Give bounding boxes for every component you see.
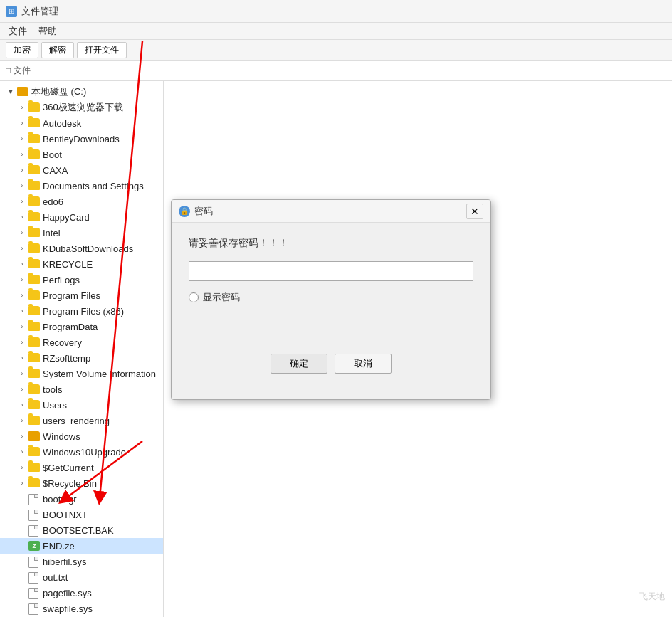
expander-docs: ›	[17, 181, 27, 191]
tree-item-getcurrent[interactable]: › $GetCurrent	[0, 460, 163, 475]
item-label-progfiles86: Program Files (x86)	[43, 306, 124, 317]
item-label-windows: Windows	[43, 431, 80, 442]
encrypt-button[interactable]: 加密	[6, 42, 38, 58]
file-icon-swapfile	[28, 603, 40, 613]
tree-item-sysvolinfo[interactable]: › System Volume Information	[0, 366, 163, 381]
tree-item-recycle[interactable]: › $Recycle.Bin	[0, 475, 163, 491]
expander-windows: ›	[17, 431, 27, 441]
tree-item-progfiles[interactable]: › Program Files	[0, 288, 163, 303]
item-label-intel: Intel	[43, 228, 61, 238]
menu-file[interactable]: 文件	[3, 23, 33, 39]
item-label-kduba: KDubaSoftDownloads	[43, 243, 133, 254]
tree-item-progdata[interactable]: › ProgramData	[0, 319, 163, 334]
tree-item-bootnxt[interactable]: BOOTNXT	[0, 507, 163, 522]
item-label-caxa: CAXA	[43, 165, 68, 176]
tree-item-boot[interactable]: › Boot	[0, 147, 163, 162]
tree-item-intel[interactable]: › Intel	[0, 225, 163, 241]
item-label-recycle: $Recycle.Bin	[43, 478, 97, 489]
tree-item-hiberfil[interactable]: hiberfil.sys	[0, 554, 163, 569]
item-label-bootnxt: BOOTNXT	[43, 510, 88, 520]
folder-icon-users	[28, 400, 40, 410]
app-icon: ⊞	[6, 6, 17, 17]
tree-item-bootmgr[interactable]: bootmgr	[0, 491, 163, 507]
tree-item-win10upg[interactable]: › Windows10Upgrade	[0, 444, 163, 460]
password-input[interactable]	[189, 261, 473, 281]
folder-icon-windows	[28, 431, 40, 441]
expander-users: ›	[17, 400, 27, 410]
folder-icon-bentley	[28, 134, 40, 144]
tree-item-happy[interactable]: › HappyCard	[0, 209, 163, 225]
item-label-docs: Documents and Settings	[43, 181, 144, 191]
tree-item-recovery[interactable]: › Recovery	[0, 334, 163, 350]
expander-endze	[17, 541, 27, 551]
item-label-bootmgr: bootmgr	[43, 494, 77, 505]
item-label-rzsoft: RZsofttemp	[43, 353, 90, 364]
expander-getcurrent: ›	[17, 463, 27, 473]
item-label-360: 360极速浏览器下载	[43, 101, 123, 114]
expander-bootsect	[17, 525, 27, 535]
expander-kduba: ›	[17, 243, 27, 253]
folder-icon-happy	[28, 212, 40, 222]
expander-bentley: ›	[17, 134, 27, 144]
item-label-progdata: ProgramData	[43, 322, 98, 332]
menu-help[interactable]: 帮助	[33, 23, 63, 39]
cancel-button[interactable]: 取消	[335, 354, 392, 374]
tree-item-bentley[interactable]: › BentleyDownloads	[0, 131, 163, 147]
drive-c-icon	[17, 87, 28, 97]
confirm-button[interactable]: 确定	[271, 354, 327, 374]
tree-item-outtxt[interactable]: out.txt	[0, 569, 163, 585]
tree-item-rzsoft[interactable]: › RZsofttemp	[0, 350, 163, 366]
toolbar: 加密 解密 打开文件	[0, 40, 672, 61]
file-icon-bootsect	[28, 525, 40, 535]
tree-item-360[interactable]: › 360极速浏览器下载	[0, 100, 163, 115]
expander-win10upg: ›	[17, 447, 27, 457]
item-label-users-r: users_rendering	[43, 416, 110, 426]
decrypt-button[interactable]: 解密	[41, 42, 74, 58]
tree-item-windows[interactable]: › Windows	[0, 428, 163, 444]
folder-icon-rzsoft	[28, 353, 40, 363]
item-label-autodesk: Autodesk	[43, 118, 81, 129]
address-bar: □ 文件	[0, 61, 672, 81]
tree-item-swapfile[interactable]: swapfile.sys	[0, 601, 163, 616]
tree-item-kduba[interactable]: › KDubaSoftDownloads	[0, 241, 163, 256]
expander-360: ›	[17, 102, 27, 112]
tree-item-progfiles86[interactable]: › Program Files (x86)	[0, 303, 163, 319]
folder-icon-tools	[28, 384, 40, 394]
tree-item-docs[interactable]: › Documents and Settings	[0, 178, 163, 194]
tree-item-pagefile[interactable]: pagefile.sys	[0, 585, 163, 601]
tree-item-caxa[interactable]: › CAXA	[0, 162, 163, 178]
expander-progfiles: ›	[17, 290, 27, 300]
tree-item-krecycle[interactable]: › KRECYCLE	[0, 256, 163, 272]
item-label-users: Users	[43, 400, 67, 411]
show-password-checkbox[interactable]	[189, 292, 199, 302]
expander-swapfile	[17, 603, 27, 613]
tree-drive-c[interactable]: ▼ 本地磁盘 (C:)	[0, 84, 163, 100]
item-label-perflogs: PerfLogs	[43, 275, 80, 285]
dialog-close-button[interactable]: ✕	[466, 204, 483, 219]
tree-item-edo6[interactable]: › edo6	[0, 194, 163, 209]
expander-tools: ›	[17, 384, 27, 394]
drive-c-label: 本地磁盘 (C:)	[31, 85, 86, 98]
expander-bootmgr	[17, 494, 27, 504]
file-icon-pagefile	[28, 588, 40, 598]
tree-item-endze[interactable]: Z END.ze	[0, 538, 163, 554]
password-dialog: 🔒 密码 ✕ 请妥善保存密码！！！ 显示密码 确定 取消	[171, 199, 491, 400]
expander-rzsoft: ›	[17, 353, 27, 363]
expander-caxa: ›	[17, 165, 27, 175]
open-file-button[interactable]: 打开文件	[77, 42, 127, 58]
folder-icon-360	[28, 102, 40, 112]
folder-icon-boot	[28, 149, 40, 159]
item-label-edo6: edo6	[43, 196, 63, 207]
tree-item-tools[interactable]: › tools	[0, 381, 163, 397]
tree-item-bootsect[interactable]: BOOTSECT.BAK	[0, 522, 163, 538]
tree-item-perflogs[interactable]: › PerfLogs	[0, 272, 163, 288]
address-label: □ 文件	[6, 65, 31, 77]
expander-krecycle: ›	[17, 259, 27, 269]
folder-icon-win10upg	[28, 447, 40, 457]
tree-item-users-r[interactable]: › users_rendering	[0, 413, 163, 428]
expander-intel: ›	[17, 228, 27, 238]
tree-item-users[interactable]: › Users	[0, 397, 163, 413]
item-label-win10upg: Windows10Upgrade	[43, 447, 126, 458]
folder-icon-caxa	[28, 165, 40, 175]
tree-item-autodesk[interactable]: › Autodesk	[0, 115, 163, 131]
